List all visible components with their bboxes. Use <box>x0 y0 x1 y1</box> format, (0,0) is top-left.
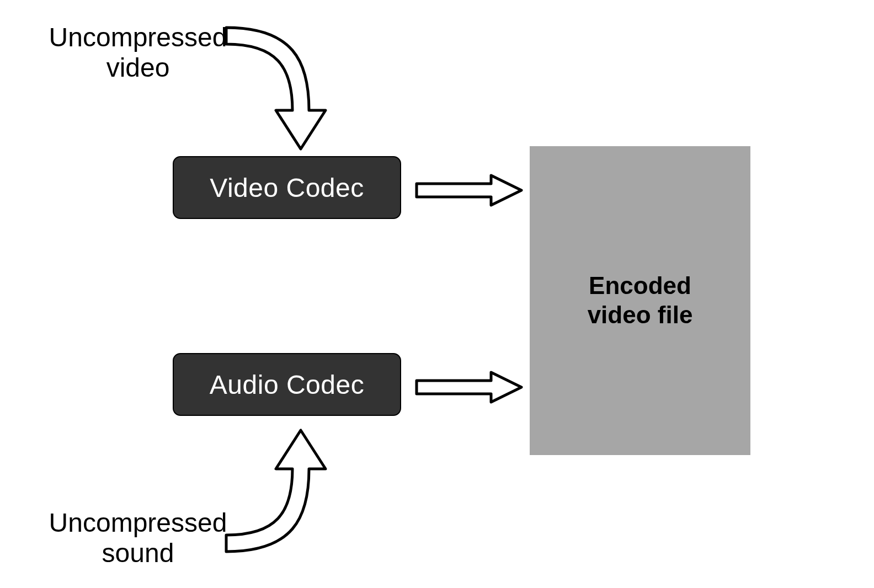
label-uncompressed-video: Uncompressed video <box>33 22 243 83</box>
box-encoded-line2: video file <box>588 301 693 328</box>
box-encoded-line1: Encoded <box>589 272 691 299</box>
box-audio-codec: Audio Codec <box>173 353 401 416</box>
box-video-codec: Video Codec <box>173 156 401 219</box>
box-video-codec-label: Video Codec <box>210 173 364 203</box>
arrow-video-input-icon <box>215 17 353 160</box>
box-encoded-video-file-label: Encoded video file <box>588 271 693 330</box>
box-encoded-video-file: Encoded video file <box>530 146 750 455</box>
arrow-audio-output-icon <box>414 371 524 404</box>
label-uncompressed-sound-line2: sound <box>102 538 174 568</box>
arrow-video-output-icon <box>414 174 524 207</box>
box-audio-codec-label: Audio Codec <box>210 370 364 400</box>
label-uncompressed-video-line2: video <box>106 53 170 82</box>
label-uncompressed-sound: Uncompressed sound <box>33 507 243 568</box>
label-uncompressed-video-line1: Uncompressed <box>49 23 227 52</box>
label-uncompressed-sound-line1: Uncompressed <box>49 508 227 537</box>
